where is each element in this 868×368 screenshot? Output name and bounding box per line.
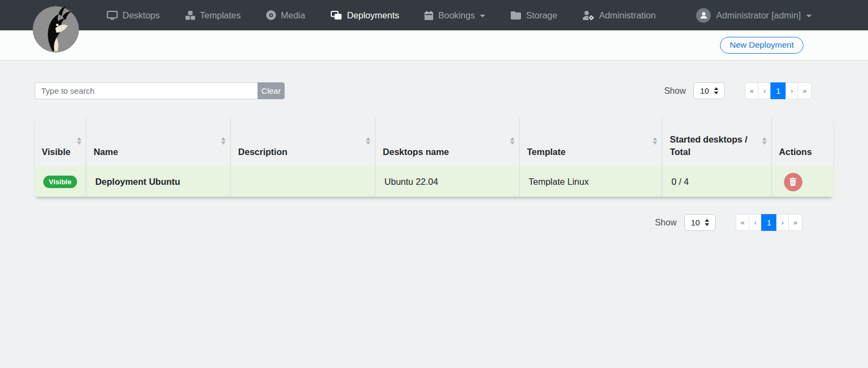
user-avatar-icon — [696, 8, 711, 23]
disc-icon — [266, 10, 276, 20]
page-prev-button[interactable]: ‹ — [749, 214, 762, 231]
top-pager: Show 10 « ‹ 1 › » — [664, 82, 812, 99]
action-bar: New Deployment — [0, 30, 868, 61]
nav-item-label: Templates — [200, 10, 241, 21]
desktops-name-cell: Ubuntu 22.04 — [376, 167, 520, 197]
caret-down-icon — [480, 15, 485, 17]
nav-item-label: Desktops — [123, 10, 160, 21]
page-size-value: 10 — [700, 86, 709, 95]
deployments-table: Visible Name Description Desktops name T… — [35, 117, 833, 197]
nav-item-media[interactable]: Media — [266, 10, 305, 21]
pagination: « ‹ 1 › » — [736, 214, 802, 231]
nav-item-label: Bookings — [438, 10, 475, 21]
col-header-started-total[interactable]: Started desktops / Total — [663, 117, 771, 167]
nav-item-deployments[interactable]: Deployments — [331, 10, 399, 21]
cubes-icon — [185, 11, 195, 20]
col-header-template[interactable]: Template — [520, 117, 663, 167]
sort-icon — [510, 137, 515, 145]
user-menu[interactable]: Administrator [admin] — [696, 8, 812, 23]
main-content: Clear Show 10 « ‹ 1 › » Visible — [0, 82, 868, 231]
top-navbar: Desktops Templates Media Deployments Boo… — [0, 0, 868, 30]
col-header-name[interactable]: Name — [87, 117, 232, 167]
show-label: Show — [664, 86, 686, 96]
desktop-icon — [107, 11, 118, 20]
page-first-button[interactable]: « — [736, 214, 750, 231]
top-controls-row: Clear Show 10 « ‹ 1 › » — [35, 82, 833, 99]
page-prev-button[interactable]: ‹ — [758, 82, 771, 99]
select-arrows-icon — [714, 87, 718, 94]
deployment-name-cell: Deployment Ubuntu — [87, 167, 232, 197]
deployment-row[interactable]: Visible Deployment Ubuntu Ubuntu 22.04 T… — [35, 167, 833, 197]
user-menu-label: Administrator [admin] — [716, 10, 801, 21]
new-deployment-button[interactable]: New Deployment — [720, 37, 803, 54]
select-arrows-icon — [705, 219, 709, 226]
nav-item-label: Storage — [526, 10, 557, 21]
user-gear-icon — [583, 11, 594, 20]
col-header-desktops-name[interactable]: Desktops name — [376, 117, 520, 167]
page-first-button[interactable]: « — [745, 82, 759, 99]
nav-item-storage[interactable]: Storage — [511, 10, 557, 21]
clear-button[interactable]: Clear — [258, 82, 285, 99]
pagination: « ‹ 1 › » — [745, 82, 812, 99]
page-size-value: 10 — [691, 218, 700, 227]
nav-item-label: Media — [281, 10, 305, 21]
page-next-button[interactable]: › — [776, 214, 789, 231]
search-input[interactable] — [35, 82, 258, 99]
template-cell: Template Linux — [520, 167, 663, 197]
bottom-controls-row: Show 10 « ‹ 1 › » — [35, 214, 802, 231]
table-header-row: Visible Name Description Desktops name T… — [35, 117, 833, 167]
sort-icon — [77, 137, 81, 145]
page-last-button[interactable]: » — [798, 82, 812, 99]
actions-cell — [772, 167, 833, 197]
calendar-icon — [425, 11, 433, 20]
page-1-button[interactable]: 1 — [761, 214, 776, 231]
started-total-cell: 0 / 4 — [663, 167, 771, 197]
trash-icon — [789, 178, 796, 186]
page-1-button[interactable]: 1 — [770, 82, 786, 99]
col-header-actions: Actions — [772, 117, 833, 167]
nav-links: Desktops Templates Media Deployments Boo… — [107, 10, 655, 21]
isard-logo[interactable] — [32, 5, 80, 53]
delete-deployment-button[interactable] — [784, 173, 802, 191]
page-next-button[interactable]: › — [785, 82, 798, 99]
nav-item-desktops[interactable]: Desktops — [107, 10, 160, 21]
description-cell — [231, 167, 376, 197]
page-size-select[interactable]: 10 — [684, 214, 716, 231]
sort-icon — [221, 137, 226, 145]
nav-item-label: Deployments — [347, 10, 399, 21]
visible-badge: Visible — [43, 176, 77, 188]
show-label: Show — [655, 218, 677, 228]
nav-item-bookings[interactable]: Bookings — [425, 10, 485, 21]
isard-logo-icon — [32, 5, 80, 53]
col-header-visible[interactable]: Visible — [35, 117, 87, 167]
col-header-description[interactable]: Description — [231, 117, 376, 167]
sort-icon — [366, 137, 370, 145]
visible-cell: Visible — [35, 167, 87, 197]
nav-item-administration[interactable]: Administration — [583, 10, 656, 21]
caret-down-icon — [806, 15, 812, 17]
sort-icon — [653, 137, 657, 145]
page-last-button[interactable]: » — [788, 214, 802, 231]
windows-icon — [331, 11, 342, 20]
search-group: Clear — [35, 82, 285, 99]
folder-icon — [511, 11, 521, 20]
page-size-select[interactable]: 10 — [693, 82, 725, 99]
nav-item-label: Administration — [599, 10, 656, 21]
bottom-pager: Show 10 « ‹ 1 › » — [655, 214, 802, 231]
nav-item-templates[interactable]: Templates — [185, 10, 241, 21]
sort-icon — [762, 137, 767, 145]
